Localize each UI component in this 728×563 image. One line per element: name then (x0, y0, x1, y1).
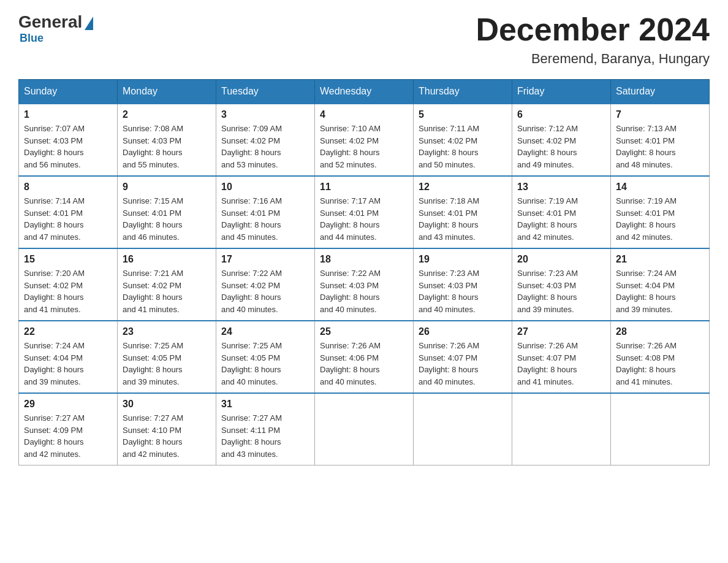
logo-blue-text: Blue (20, 32, 44, 45)
day-number: 30 (123, 399, 211, 410)
calendar-cell: 21Sunrise: 7:24 AMSunset: 4:04 PMDayligh… (611, 248, 710, 321)
calendar-cell: 26Sunrise: 7:26 AMSunset: 4:07 PMDayligh… (414, 321, 512, 393)
header-saturday: Saturday (611, 80, 710, 104)
header-friday: Friday (512, 80, 611, 104)
day-info: Sunrise: 7:10 AMSunset: 4:02 PMDaylight:… (320, 123, 408, 170)
day-number: 7 (616, 109, 704, 120)
day-number: 27 (517, 326, 605, 337)
day-number: 18 (320, 254, 408, 265)
day-info: Sunrise: 7:15 AMSunset: 4:01 PMDaylight:… (123, 195, 211, 243)
day-info: Sunrise: 7:26 AMSunset: 4:06 PMDaylight:… (320, 340, 408, 388)
calendar-cell: 10Sunrise: 7:16 AMSunset: 4:01 PMDayligh… (216, 176, 315, 248)
logo: General Blue (18, 12, 93, 45)
day-info: Sunrise: 7:26 AMSunset: 4:07 PMDaylight:… (517, 340, 605, 388)
day-info: Sunrise: 7:21 AMSunset: 4:02 PMDaylight:… (123, 267, 211, 315)
logo-triangle-icon (85, 17, 93, 30)
calendar-cell: 22Sunrise: 7:24 AMSunset: 4:04 PMDayligh… (19, 321, 118, 393)
calendar-cell: 23Sunrise: 7:25 AMSunset: 4:05 PMDayligh… (118, 321, 216, 393)
day-number: 14 (616, 182, 704, 193)
day-number: 28 (616, 326, 704, 337)
calendar-week-row-3: 15Sunrise: 7:20 AMSunset: 4:02 PMDayligh… (19, 248, 710, 321)
day-number: 8 (24, 182, 112, 193)
day-info: Sunrise: 7:19 AMSunset: 4:01 PMDaylight:… (517, 195, 605, 243)
day-number: 15 (24, 254, 112, 265)
day-info: Sunrise: 7:23 AMSunset: 4:03 PMDaylight:… (419, 267, 507, 315)
calendar-cell: 24Sunrise: 7:25 AMSunset: 4:05 PMDayligh… (216, 321, 315, 393)
day-info: Sunrise: 7:27 AMSunset: 4:09 PMDaylight:… (24, 412, 112, 460)
calendar-cell: 14Sunrise: 7:19 AMSunset: 4:01 PMDayligh… (611, 176, 710, 248)
calendar-cell: 6Sunrise: 7:12 AMSunset: 4:02 PMDaylight… (512, 104, 611, 176)
day-number: 3 (221, 109, 309, 120)
month-title: December 2024 (476, 12, 710, 47)
day-number: 25 (320, 326, 408, 337)
calendar-cell: 11Sunrise: 7:17 AMSunset: 4:01 PMDayligh… (315, 176, 414, 248)
location-subtitle: Beremend, Baranya, Hungary (476, 51, 710, 67)
day-info: Sunrise: 7:17 AMSunset: 4:01 PMDaylight:… (320, 195, 408, 243)
day-info: Sunrise: 7:12 AMSunset: 4:02 PMDaylight:… (517, 123, 605, 170)
day-number: 9 (123, 182, 211, 193)
calendar-cell (414, 393, 512, 465)
calendar-cell: 8Sunrise: 7:14 AMSunset: 4:01 PMDaylight… (19, 176, 118, 248)
header-sunday: Sunday (19, 80, 118, 104)
header-thursday: Thursday (414, 80, 512, 104)
calendar-cell: 18Sunrise: 7:22 AMSunset: 4:03 PMDayligh… (315, 248, 414, 321)
day-number: 13 (517, 182, 605, 193)
calendar-cell: 1Sunrise: 7:07 AMSunset: 4:03 PMDaylight… (19, 104, 118, 176)
day-info: Sunrise: 7:24 AMSunset: 4:04 PMDaylight:… (616, 267, 704, 315)
calendar-cell (315, 393, 414, 465)
day-info: Sunrise: 7:16 AMSunset: 4:01 PMDaylight:… (221, 195, 309, 243)
day-number: 1 (24, 109, 112, 120)
title-section: December 2024 Beremend, Baranya, Hungary (476, 12, 710, 67)
day-number: 2 (123, 109, 211, 120)
day-info: Sunrise: 7:18 AMSunset: 4:01 PMDaylight:… (419, 195, 507, 243)
day-number: 24 (221, 326, 309, 337)
calendar-cell: 2Sunrise: 7:08 AMSunset: 4:03 PMDaylight… (118, 104, 216, 176)
day-number: 10 (221, 182, 309, 193)
day-number: 16 (123, 254, 211, 265)
calendar-cell: 20Sunrise: 7:23 AMSunset: 4:03 PMDayligh… (512, 248, 611, 321)
day-number: 17 (221, 254, 309, 265)
day-number: 23 (123, 326, 211, 337)
day-info: Sunrise: 7:20 AMSunset: 4:02 PMDaylight:… (24, 267, 112, 315)
day-info: Sunrise: 7:19 AMSunset: 4:01 PMDaylight:… (616, 195, 704, 243)
day-number: 22 (24, 326, 112, 337)
day-info: Sunrise: 7:27 AMSunset: 4:11 PMDaylight:… (221, 412, 309, 460)
header-monday: Monday (118, 80, 216, 104)
day-info: Sunrise: 7:22 AMSunset: 4:02 PMDaylight:… (221, 267, 309, 315)
calendar-cell: 13Sunrise: 7:19 AMSunset: 4:01 PMDayligh… (512, 176, 611, 248)
calendar-week-row-5: 29Sunrise: 7:27 AMSunset: 4:09 PMDayligh… (19, 393, 710, 465)
day-info: Sunrise: 7:26 AMSunset: 4:07 PMDaylight:… (419, 340, 507, 388)
day-number: 4 (320, 109, 408, 120)
day-info: Sunrise: 7:14 AMSunset: 4:01 PMDaylight:… (24, 195, 112, 243)
calendar-cell: 28Sunrise: 7:26 AMSunset: 4:08 PMDayligh… (611, 321, 710, 393)
day-number: 29 (24, 399, 112, 410)
day-info: Sunrise: 7:24 AMSunset: 4:04 PMDaylight:… (24, 340, 112, 388)
day-number: 20 (517, 254, 605, 265)
calendar-week-row-1: 1Sunrise: 7:07 AMSunset: 4:03 PMDaylight… (19, 104, 710, 176)
day-number: 5 (419, 109, 507, 120)
header-wednesday: Wednesday (315, 80, 414, 104)
calendar-cell: 17Sunrise: 7:22 AMSunset: 4:02 PMDayligh… (216, 248, 315, 321)
day-info: Sunrise: 7:13 AMSunset: 4:01 PMDaylight:… (616, 123, 704, 170)
day-info: Sunrise: 7:07 AMSunset: 4:03 PMDaylight:… (24, 123, 112, 170)
day-info: Sunrise: 7:08 AMSunset: 4:03 PMDaylight:… (123, 123, 211, 170)
calendar-cell: 7Sunrise: 7:13 AMSunset: 4:01 PMDaylight… (611, 104, 710, 176)
logo-general-text: General (18, 12, 82, 32)
calendar-cell: 15Sunrise: 7:20 AMSunset: 4:02 PMDayligh… (19, 248, 118, 321)
day-info: Sunrise: 7:26 AMSunset: 4:08 PMDaylight:… (616, 340, 704, 388)
calendar-header-row: Sunday Monday Tuesday Wednesday Thursday… (19, 80, 710, 104)
page-header: General Blue December 2024 Beremend, Bar… (18, 12, 710, 67)
calendar-cell: 29Sunrise: 7:27 AMSunset: 4:09 PMDayligh… (19, 393, 118, 465)
calendar-cell: 27Sunrise: 7:26 AMSunset: 4:07 PMDayligh… (512, 321, 611, 393)
calendar-cell (512, 393, 611, 465)
day-number: 26 (419, 326, 507, 337)
calendar-cell: 25Sunrise: 7:26 AMSunset: 4:06 PMDayligh… (315, 321, 414, 393)
calendar-week-row-4: 22Sunrise: 7:24 AMSunset: 4:04 PMDayligh… (19, 321, 710, 393)
calendar-cell: 19Sunrise: 7:23 AMSunset: 4:03 PMDayligh… (414, 248, 512, 321)
calendar-cell: 3Sunrise: 7:09 AMSunset: 4:02 PMDaylight… (216, 104, 315, 176)
calendar-week-row-2: 8Sunrise: 7:14 AMSunset: 4:01 PMDaylight… (19, 176, 710, 248)
calendar-cell: 31Sunrise: 7:27 AMSunset: 4:11 PMDayligh… (216, 393, 315, 465)
calendar-cell: 9Sunrise: 7:15 AMSunset: 4:01 PMDaylight… (118, 176, 216, 248)
day-info: Sunrise: 7:22 AMSunset: 4:03 PMDaylight:… (320, 267, 408, 315)
header-tuesday: Tuesday (216, 80, 315, 104)
